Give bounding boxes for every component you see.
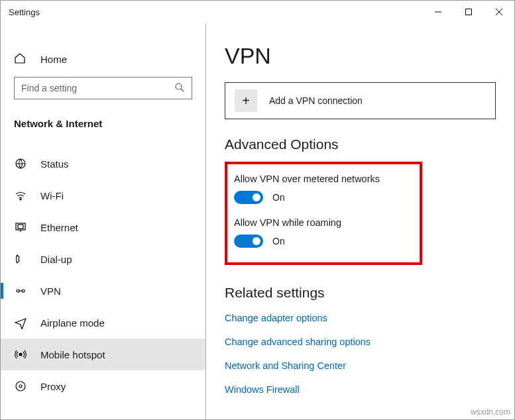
home-button[interactable]: Home [1, 47, 205, 77]
toggle-state: On [272, 192, 285, 203]
sidebar: Home Find a setting Network & Internet S… [1, 23, 206, 419]
maximize-icon [465, 8, 473, 16]
home-label: Home [40, 54, 67, 65]
sidebar-item-hotspot[interactable]: Mobile hotspot [1, 339, 205, 370]
sidebar-item-status[interactable]: Status [1, 148, 205, 180]
sidebar-item-vpn[interactable]: VPN [1, 275, 205, 307]
sidebar-item-label: Ethernet [40, 222, 78, 233]
sidebar-item-label: Status [40, 158, 69, 170]
sidebar-item-dialup[interactable]: Dial-up [1, 243, 205, 275]
status-icon [14, 157, 29, 170]
add-vpn-button[interactable]: + Add a VPN connection [225, 82, 496, 119]
wifi-icon [14, 189, 29, 202]
sidebar-item-wifi[interactable]: Wi-Fi [1, 180, 205, 211]
search-placeholder: Find a setting [21, 83, 174, 93]
sidebar-section-header: Network & Internet [1, 113, 205, 148]
sidebar-item-proxy[interactable]: Proxy [1, 370, 205, 402]
advanced-options-heading: Advanced Options [225, 136, 496, 152]
link-advanced-sharing[interactable]: Change advanced sharing options [225, 337, 496, 347]
related-settings: Related settings Change adapter options … [225, 285, 496, 395]
sidebar-item-label: Mobile hotspot [40, 349, 105, 360]
toggle-state: On [272, 236, 285, 246]
maximize-button[interactable] [453, 1, 484, 23]
hotspot-icon [14, 348, 29, 361]
svg-line-5 [181, 89, 184, 91]
highlight-box: Allow VPN over metered networks On Allow… [225, 162, 422, 265]
link-windows-firewall[interactable]: Windows Firewall [225, 384, 496, 395]
search-input[interactable]: Find a setting [14, 77, 192, 99]
svg-point-4 [176, 83, 182, 89]
minimize-button[interactable] [423, 1, 453, 23]
sidebar-item-ethernet[interactable]: Ethernet [1, 211, 205, 243]
toggle-metered-switch[interactable] [234, 191, 263, 204]
link-adapter-options[interactable]: Change adapter options [225, 313, 496, 323]
svg-point-11 [17, 289, 19, 292]
toggle-label: Allow VPN over metered networks [234, 174, 408, 184]
window-title: Settings [9, 7, 423, 17]
dialup-icon [14, 252, 29, 266]
svg-point-7 [20, 199, 21, 200]
airplane-icon [14, 316, 29, 329]
plus-icon: + [235, 89, 257, 112]
main-content: VPN + Add a VPN connection Advanced Opti… [206, 23, 514, 419]
add-vpn-label: Add a VPN connection [269, 95, 363, 106]
related-heading: Related settings [225, 285, 496, 301]
toggle-roaming: Allow VPN while roaming On [234, 217, 408, 248]
svg-point-16 [19, 385, 22, 388]
sidebar-item-label: Airplane mode [40, 317, 105, 329]
link-network-sharing-center[interactable]: Network and Sharing Center [225, 360, 496, 371]
sidebar-item-label: VPN [40, 286, 61, 297]
sidebar-item-label: Proxy [40, 381, 66, 392]
sidebar-item-label: Dial-up [40, 254, 72, 265]
svg-point-14 [19, 353, 22, 356]
page-title: VPN [225, 43, 496, 69]
sidebar-item-label: Wi-Fi [40, 190, 64, 201]
minimize-icon [434, 8, 442, 16]
vpn-icon [14, 284, 29, 297]
search-icon [174, 82, 185, 95]
close-button[interactable] [484, 1, 514, 23]
svg-rect-1 [466, 9, 472, 15]
toggle-metered: Allow VPN over metered networks On [234, 174, 408, 204]
window-titlebar: Settings [1, 1, 514, 23]
toggle-label: Allow VPN while roaming [234, 217, 408, 228]
svg-rect-9 [18, 225, 23, 229]
watermark: wsxdn.com [471, 407, 510, 417]
svg-point-15 [16, 382, 25, 391]
proxy-icon [14, 380, 29, 393]
ethernet-icon [14, 221, 29, 234]
sidebar-item-airplane[interactable]: Airplane mode [1, 307, 205, 339]
close-icon [495, 8, 503, 16]
svg-point-12 [22, 289, 25, 292]
home-icon [14, 52, 29, 66]
toggle-roaming-switch[interactable] [234, 235, 263, 248]
